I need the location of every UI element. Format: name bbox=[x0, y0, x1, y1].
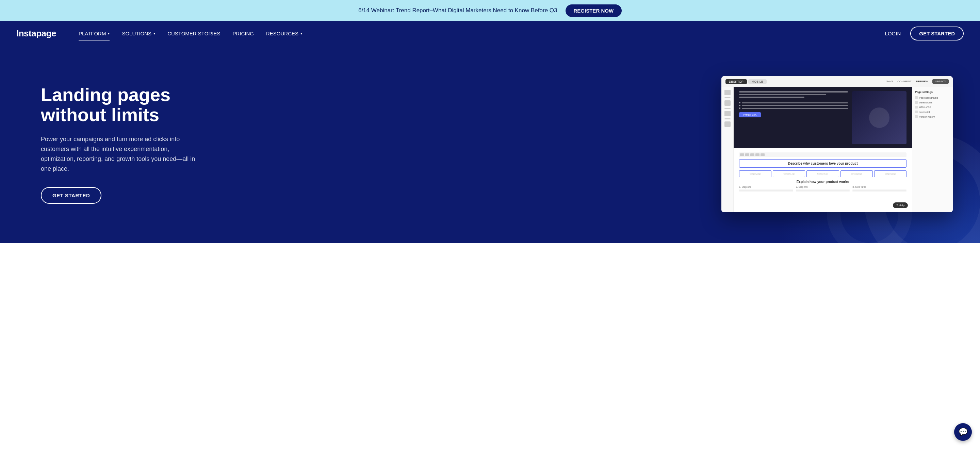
sidebar-icon-2 bbox=[724, 97, 730, 98]
step-3-lines bbox=[853, 189, 907, 192]
panel-item-htmlcss[interactable]: HTML/CSS bbox=[915, 106, 950, 108]
bullet-1 bbox=[739, 102, 848, 103]
hero-cta-button[interactable]: GET STARTED bbox=[41, 187, 102, 204]
nav-item-platform[interactable]: PLATFORM ▾ bbox=[73, 28, 116, 39]
hero-title: Landing pages without limits bbox=[41, 85, 218, 125]
sidebar-icon-6 bbox=[724, 118, 730, 119]
get-started-nav-button[interactable]: GET STARTED bbox=[910, 27, 964, 40]
panel-item-fonts[interactable]: Default fonts bbox=[915, 101, 950, 104]
step-line bbox=[853, 189, 907, 189]
bullet-dot bbox=[739, 108, 740, 109]
bullet-line bbox=[742, 102, 848, 103]
panel-item-javascript[interactable]: Javascript bbox=[915, 111, 950, 113]
step-2-label: 2. Step two bbox=[796, 186, 850, 188]
register-now-button[interactable]: REGISTER NOW bbox=[566, 5, 622, 17]
step-line bbox=[796, 192, 850, 192]
hero-screenshot: DESKTOP MOBILE SAVE COMMENT PREVIEW LEGA… bbox=[218, 76, 953, 212]
canvas-text-col: Primary CTA bbox=[739, 91, 848, 144]
hero-section: Landing pages without limits Power your … bbox=[0, 46, 980, 243]
panel-js-icon bbox=[915, 111, 918, 113]
nav-item-solutions[interactable]: SOLUTIONS ▾ bbox=[116, 28, 161, 39]
login-button[interactable]: LOGIN bbox=[881, 28, 905, 39]
nav-links: PLATFORM ▾ SOLUTIONS ▾ CUSTOMER STORIES … bbox=[73, 28, 881, 39]
canvas-logos-row: CompanyLogo CompanyLogo CompanyLogo Comp… bbox=[739, 170, 907, 177]
step-line bbox=[853, 190, 907, 191]
canvas-step-2: 2. Step two bbox=[796, 186, 850, 192]
bullet-line bbox=[742, 105, 848, 106]
help-icon: ? bbox=[896, 204, 898, 207]
announcement-text: 6/14 Webinar: Trend Report–What Digital … bbox=[358, 7, 557, 14]
canvas-describe-text: Describe why customers love your product bbox=[739, 159, 907, 168]
step-line bbox=[739, 189, 793, 189]
screenshot-top-bar: DESKTOP MOBILE SAVE COMMENT PREVIEW LEGA… bbox=[721, 76, 953, 87]
bullet-3 bbox=[739, 108, 848, 109]
panel-htmlcss-icon bbox=[915, 106, 918, 108]
toolbar-btn-3 bbox=[750, 154, 754, 156]
toolbar-btn-5 bbox=[760, 154, 765, 156]
canvas-steps-row: 1. Step one 2. Step two bbox=[739, 186, 907, 192]
bullet-2 bbox=[739, 105, 848, 106]
canvas-step-1: 1. Step one bbox=[739, 186, 793, 192]
sidebar-icon-1 bbox=[724, 90, 730, 95]
step-line bbox=[796, 189, 850, 189]
screenshot-tabs: DESKTOP MOBILE bbox=[725, 79, 767, 84]
step-1-label: 1. Step one bbox=[739, 186, 793, 188]
panel-version-icon bbox=[915, 115, 918, 118]
nav-item-resources[interactable]: RESOURCES ▾ bbox=[260, 28, 308, 39]
screenshot-right-panel: Page settings Page Background Default fo… bbox=[912, 87, 953, 212]
step-line bbox=[796, 190, 850, 191]
step-3-label: 3. Step three bbox=[853, 186, 907, 188]
bullet-line bbox=[742, 108, 848, 109]
hero-description: Power your campaigns and turn more ad cl… bbox=[41, 134, 197, 173]
canvas-toolbar bbox=[739, 152, 907, 157]
toolbar-btn-4 bbox=[756, 154, 759, 156]
save-action[interactable]: SAVE bbox=[886, 80, 894, 83]
logo-3: CompanyLogo bbox=[807, 170, 839, 177]
panel-title: Page settings bbox=[915, 90, 950, 94]
toolbar-btn-1 bbox=[740, 154, 744, 156]
sidebar-icon-3 bbox=[724, 100, 730, 106]
panel-bg-label: Page Background bbox=[919, 97, 938, 99]
logo[interactable]: Instapage bbox=[16, 28, 56, 39]
step-line bbox=[853, 192, 907, 192]
logo-4: CompanyLogo bbox=[840, 170, 873, 177]
mobile-tab[interactable]: MOBILE bbox=[748, 79, 767, 84]
text-line-2 bbox=[739, 94, 826, 95]
screenshot-body: Primary CTA bbox=[721, 87, 953, 212]
canvas-white-section: Describe why customers love your product… bbox=[733, 148, 912, 196]
canvas-explain-title: Explain how your product works bbox=[739, 180, 907, 184]
step-line bbox=[739, 190, 793, 191]
toolbar-btn-2 bbox=[745, 154, 749, 156]
help-button[interactable]: ? Help bbox=[893, 202, 908, 208]
logo-1: CompanyLogo bbox=[739, 170, 772, 177]
nav-item-customer-stories[interactable]: CUSTOMER STORIES bbox=[161, 28, 226, 39]
panel-htmlcss-label: HTML/CSS bbox=[919, 106, 931, 108]
screenshot-sidebar bbox=[721, 87, 733, 212]
chevron-down-icon: ▾ bbox=[153, 32, 155, 35]
step-2-lines bbox=[796, 189, 850, 192]
legacy-action[interactable]: LEGACY bbox=[932, 79, 949, 84]
screenshot-canvas: Primary CTA bbox=[733, 87, 912, 212]
screenshot-actions: SAVE COMMENT PREVIEW LEGACY bbox=[886, 79, 949, 84]
canvas-dark-section: Primary CTA bbox=[733, 87, 912, 148]
step-line bbox=[739, 192, 793, 192]
navbar: Instapage PLATFORM ▾ SOLUTIONS ▾ CUSTOME… bbox=[0, 21, 980, 46]
preview-action[interactable]: PREVIEW bbox=[916, 80, 928, 83]
panel-bg-icon bbox=[915, 96, 918, 99]
desktop-tab[interactable]: DESKTOP bbox=[725, 79, 747, 84]
logo-2: CompanyLogo bbox=[773, 170, 805, 177]
bullet-dot bbox=[739, 105, 740, 106]
text-line-1 bbox=[739, 91, 848, 92]
canvas-step-3: 3. Step three bbox=[853, 186, 907, 192]
panel-version-label: Version history bbox=[919, 116, 935, 118]
sidebar-icon-4 bbox=[724, 108, 730, 109]
announcement-bar: 6/14 Webinar: Trend Report–What Digital … bbox=[0, 0, 980, 21]
panel-item-version[interactable]: Version history bbox=[915, 115, 950, 118]
canvas-image-col bbox=[852, 91, 907, 144]
panel-item-bg[interactable]: Page Background bbox=[915, 96, 950, 99]
comment-action[interactable]: COMMENT bbox=[897, 80, 911, 83]
text-line-3 bbox=[739, 97, 804, 98]
logo-5: CompanyLogo bbox=[874, 170, 907, 177]
nav-item-pricing[interactable]: PRICING bbox=[226, 28, 260, 39]
sidebar-icon-7 bbox=[724, 121, 730, 127]
